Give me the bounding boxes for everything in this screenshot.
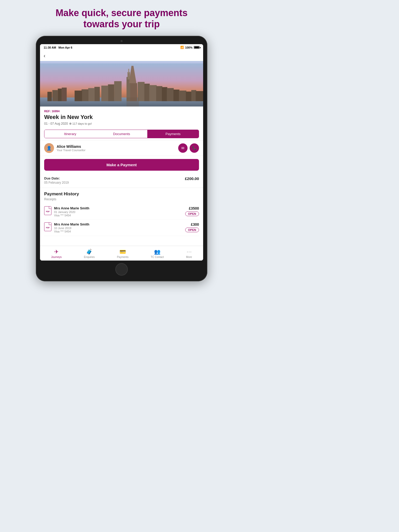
payment-history: Payment History Receipts PDF Mrs Anne Ma… bbox=[40, 188, 203, 238]
battery-text: 100% bbox=[185, 46, 192, 49]
trip-title: Week in New York bbox=[44, 114, 199, 121]
due-date-info: Due Date: 05 February 2019 bbox=[44, 176, 69, 184]
journeys-icon: ✈ bbox=[54, 249, 59, 255]
svg-rect-29 bbox=[127, 97, 139, 107]
svg-rect-3 bbox=[52, 90, 58, 101]
back-bar: ‹ bbox=[40, 51, 203, 61]
counsellor-role: Your Travel Counsellor bbox=[57, 149, 178, 152]
svg-rect-22 bbox=[162, 87, 167, 101]
tab-itinerary[interactable]: Itinerary bbox=[44, 130, 96, 138]
status-time: 11:30 AM Mon Apr 6 bbox=[44, 46, 72, 49]
nav-label-journeys: Journeys bbox=[51, 256, 62, 258]
back-button[interactable]: ‹ bbox=[44, 53, 45, 58]
svg-rect-27 bbox=[191, 90, 196, 101]
make-payment-button[interactable]: Make a Payment bbox=[44, 159, 199, 171]
nav-item-more[interactable]: ⋯ More bbox=[186, 249, 192, 258]
svg-rect-11 bbox=[114, 81, 122, 101]
home-button[interactable] bbox=[115, 263, 128, 276]
payment-card: Visa *** 5454 bbox=[54, 214, 185, 217]
payment-date: 10 June 2019 bbox=[54, 227, 185, 230]
receipts-label: Receipts bbox=[44, 197, 199, 201]
status-right: 📶 100% bbox=[180, 46, 200, 49]
more-icon: ⋯ bbox=[187, 249, 192, 255]
open-badge[interactable]: OPEN bbox=[185, 228, 199, 232]
email-button[interactable]: ✉ bbox=[178, 143, 188, 153]
due-date-value: 05 February 2019 bbox=[44, 181, 69, 184]
tabs: Itinerary Documents Payments bbox=[44, 130, 199, 138]
tab-payments[interactable]: Payments bbox=[147, 130, 199, 138]
battery-icon bbox=[194, 46, 200, 49]
nav-item-journeys[interactable]: ✈ Journeys bbox=[51, 249, 62, 258]
svg-rect-23 bbox=[167, 88, 174, 101]
counsellor-name: Alice Williams bbox=[57, 144, 178, 149]
nav-item-tc-contact[interactable]: 👥 TC Contact bbox=[151, 249, 164, 258]
payment-date: 01 January 2020 bbox=[54, 210, 185, 214]
nav-label-enquiries: Enquiries bbox=[84, 256, 95, 258]
svg-rect-14 bbox=[94, 87, 100, 101]
payment-amount: £300 bbox=[191, 222, 199, 227]
svg-rect-17 bbox=[75, 91, 82, 101]
hero-image bbox=[40, 61, 203, 107]
open-badge[interactable]: OPEN bbox=[185, 211, 199, 216]
svg-rect-19 bbox=[144, 84, 150, 101]
svg-rect-8 bbox=[128, 69, 129, 73]
svg-rect-26 bbox=[186, 91, 192, 101]
days-badge: 117 days to go! bbox=[69, 122, 92, 125]
due-date-row: Due Date: 05 February 2019 £200.00 bbox=[40, 174, 203, 188]
svg-rect-15 bbox=[88, 88, 95, 101]
nav-label-payments: Payments bbox=[117, 256, 128, 258]
tablet-camera bbox=[121, 40, 123, 42]
counsellor-info: Alice Williams Your Travel Counsellor bbox=[57, 144, 178, 152]
payment-item: PDF Mrs Anne Marie Smith 10 June 2019 Vi… bbox=[44, 220, 199, 236]
svg-rect-28 bbox=[196, 91, 203, 101]
payment-name: Mrs Anne Marie Smith bbox=[54, 206, 185, 210]
svg-rect-2 bbox=[48, 92, 52, 101]
page-headline: Make quick, secure payments towards your… bbox=[56, 7, 188, 30]
svg-rect-5 bbox=[62, 88, 67, 101]
payment-card: Visa *** 5454 bbox=[54, 230, 185, 233]
payment-amount: £3500 bbox=[189, 206, 199, 210]
trip-ref: REF: 16994 bbox=[44, 110, 199, 113]
payment-name: Mrs Anne Marie Smith bbox=[54, 222, 185, 226]
svg-rect-24 bbox=[174, 90, 179, 101]
payment-details: Mrs Anne Marie Smith 10 June 2019 Visa *… bbox=[54, 222, 185, 233]
svg-rect-20 bbox=[149, 85, 157, 101]
wifi-icon: 📶 bbox=[180, 46, 184, 49]
svg-rect-25 bbox=[179, 91, 187, 101]
due-amount: £200.00 bbox=[185, 176, 199, 181]
svg-rect-21 bbox=[156, 86, 162, 101]
svg-rect-12 bbox=[108, 84, 114, 101]
counsellor-row: 👤 Alice Williams Your Travel Counsellor … bbox=[40, 140, 203, 156]
tab-documents[interactable]: Documents bbox=[96, 130, 147, 138]
payment-right: £3500 OPEN bbox=[185, 206, 199, 216]
trip-dates: 01 - 07 Aug 2020 117 days to go! bbox=[44, 122, 199, 125]
due-date-label: Due Date: bbox=[44, 176, 69, 180]
payments-icon: 💳 bbox=[119, 249, 126, 255]
svg-rect-4 bbox=[58, 89, 62, 101]
nav-label-more: More bbox=[186, 256, 192, 258]
payment-history-title: Payment History bbox=[44, 191, 199, 197]
counsellor-actions: ✉ 📞 bbox=[178, 143, 199, 153]
payment-item: PDF Mrs Anne Marie Smith 01 January 2020… bbox=[44, 204, 199, 220]
pdf-icon[interactable]: PDF bbox=[44, 222, 51, 231]
nav-label-tc-contact: TC Contact bbox=[151, 256, 164, 258]
trip-info: REF: 16994 Week in New York 01 - 07 Aug … bbox=[40, 107, 203, 128]
avatar: 👤 bbox=[44, 143, 54, 153]
payment-details: Mrs Anne Marie Smith 01 January 2020 Vis… bbox=[54, 206, 185, 217]
tablet-screen: 11:30 AM Mon Apr 6 📶 100% ‹ bbox=[40, 44, 203, 261]
tablet-frame: 11:30 AM Mon Apr 6 📶 100% ‹ bbox=[36, 36, 207, 281]
tc-contact-icon: 👥 bbox=[154, 249, 161, 255]
svg-rect-13 bbox=[101, 85, 108, 101]
nav-item-enquiries[interactable]: 🧳 Enquiries bbox=[84, 249, 95, 258]
nav-item-payments[interactable]: 💳 Payments bbox=[117, 249, 128, 258]
enquiries-icon: 🧳 bbox=[86, 249, 92, 255]
status-bar: 11:30 AM Mon Apr 6 📶 100% bbox=[40, 44, 203, 51]
bottom-nav: ✈ Journeys 🧳 Enquiries 💳 Payments 👥 TC C… bbox=[40, 246, 203, 261]
phone-button[interactable]: 📞 bbox=[190, 143, 199, 153]
pdf-icon[interactable]: PDF bbox=[44, 206, 51, 215]
svg-rect-16 bbox=[82, 89, 89, 101]
payment-right: £300 OPEN bbox=[185, 222, 199, 232]
